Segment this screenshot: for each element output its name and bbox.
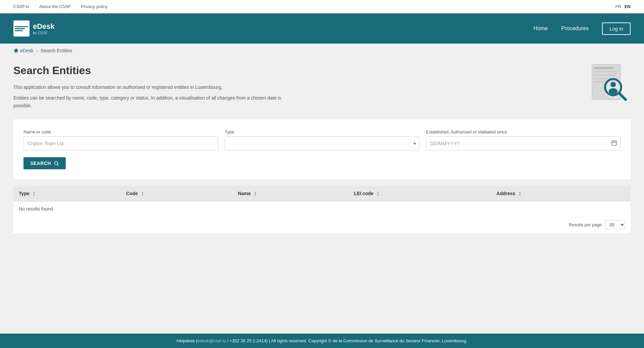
name-field-group: Name or code: [23, 129, 218, 151]
col-code: Code ▲▼: [121, 186, 232, 201]
table-header: Type ▲▼ Code ▲▼ Name ▲▼ LEI code ▲▼: [13, 186, 631, 201]
date-input-wrapper: [426, 136, 621, 151]
search-panel: Name or code Type ▾ Established, Authori…: [13, 119, 631, 179]
cssf-lu-link[interactable]: CSSF.lu: [13, 4, 29, 9]
main-header: eDesk by CSSF Home Procedures Log in: [0, 13, 644, 44]
date-input[interactable]: [426, 136, 621, 151]
table-footer: Results per page 20 50 100: [13, 216, 631, 233]
sort-icon-type[interactable]: ▲▼: [33, 191, 36, 196]
sort-icon-lei[interactable]: ▲▼: [377, 191, 379, 196]
logo-icon: [13, 20, 30, 37]
hero-illustration: [587, 61, 631, 105]
col-lei-code: LEI code ▲▼: [348, 186, 491, 201]
home-icon: [13, 48, 19, 53]
login-button[interactable]: Log in: [602, 22, 631, 35]
no-results-row: No results found: [13, 201, 631, 217]
name-input[interactable]: [23, 136, 218, 151]
page-content: Search Entities This application allows …: [0, 58, 644, 247]
svg-line-16: [57, 164, 59, 166]
col-address: Address ▲▼: [491, 186, 631, 201]
col-type: Type ▲▼: [13, 186, 121, 201]
home-nav-link[interactable]: Home: [534, 25, 548, 32]
svg-rect-3: [594, 74, 615, 76]
type-select[interactable]: [225, 136, 419, 151]
procedures-nav-link[interactable]: Procedures: [561, 25, 589, 32]
sort-icon-code[interactable]: ▲▼: [141, 191, 144, 196]
svg-rect-1: [594, 67, 614, 69]
search-illustration-icon: [587, 61, 631, 105]
hero-section: Search Entities This application allows …: [13, 64, 631, 109]
privacy-policy-link[interactable]: Privacy policy: [81, 4, 107, 9]
sort-icon-address[interactable]: ▲▼: [519, 191, 521, 196]
svg-point-15: [55, 162, 58, 165]
type-select-wrapper: ▾: [225, 136, 419, 151]
results-table: Type ▲▼ Code ▲▼ Name ▲▼ LEI code ▲▼: [13, 186, 631, 216]
hero-text: Search Entities This application allows …: [13, 64, 299, 109]
about-cssf-link[interactable]: About the CSSF: [39, 4, 71, 9]
search-button-label: SEARCH: [30, 161, 51, 166]
svg-rect-2: [594, 71, 617, 72]
results-panel: Type ▲▼ Code ▲▼ Name ▲▼ LEI code ▲▼: [13, 186, 631, 233]
logo-area: eDesk by CSSF: [13, 20, 55, 37]
logo-bycssf: by CSSF: [33, 31, 55, 35]
logo-text: eDesk by CSSF: [33, 22, 55, 35]
header-nav: Home Procedures Log in: [534, 22, 631, 35]
svg-rect-11: [612, 141, 616, 146]
calendar-icon[interactable]: [611, 140, 617, 147]
breadcrumb-separator: ›: [36, 48, 38, 54]
type-label: Type: [225, 129, 419, 134]
language-switcher: FR EN: [615, 4, 631, 9]
breadcrumb: eDesk › Search Entities: [0, 44, 644, 58]
search-button[interactable]: SEARCH: [23, 157, 66, 169]
svg-point-9: [609, 88, 618, 94]
hero-description-2: Entities can be searched by name, code, …: [13, 94, 299, 109]
lang-fr[interactable]: FR: [615, 4, 621, 9]
hero-description-1: This application allows you to consult i…: [13, 83, 299, 91]
no-results-message: No results found: [13, 201, 631, 217]
col-name: Name ▲▼: [232, 186, 348, 201]
top-nav: CSSF.lu About the CSSF Privacy policy FR…: [0, 0, 644, 13]
page-title: Search Entities: [13, 64, 299, 77]
table-body: No results found: [13, 201, 631, 217]
logo-edesk: eDesk: [33, 22, 55, 31]
date-label: Established, Authorised or Validated sin…: [426, 129, 621, 134]
breadcrumb-current: Search Entities: [41, 48, 72, 53]
search-icon: [54, 161, 59, 166]
sort-icon-name[interactable]: ▲▼: [254, 191, 257, 196]
svg-point-8: [610, 82, 616, 87]
search-fields: Name or code Type ▾ Established, Authori…: [23, 129, 621, 151]
results-per-page-select[interactable]: 20 50 100: [605, 220, 625, 229]
breadcrumb-home-label: eDesk: [20, 48, 34, 53]
breadcrumb-home-link[interactable]: eDesk: [13, 48, 34, 53]
lang-en[interactable]: EN: [625, 4, 631, 9]
results-per-page-label: Results per page: [569, 222, 602, 227]
name-label: Name or code: [23, 129, 218, 134]
date-field-group: Established, Authorised or Validated sin…: [426, 129, 621, 151]
type-field-group: Type ▾: [225, 129, 419, 151]
